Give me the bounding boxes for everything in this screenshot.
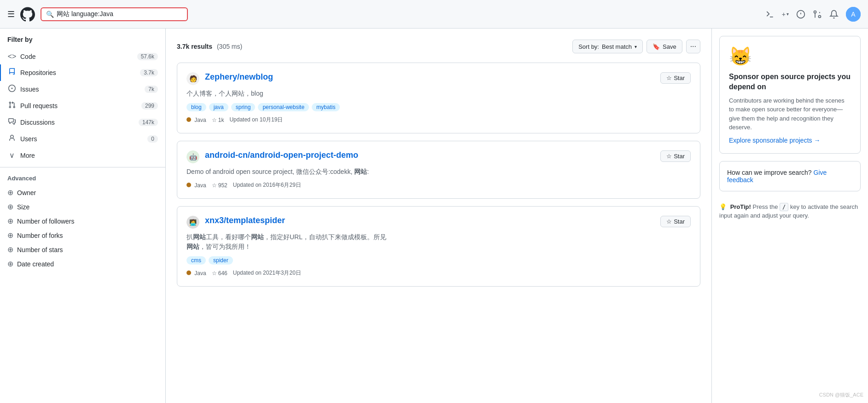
filter-followers[interactable]: ⊕ Number of followers (0, 214, 165, 228)
svg-point-5 (819, 15, 821, 17)
sidebar: Filter by <> Code 57.6k Repositories 3.7… (0, 29, 166, 403)
sponsor-title: Sponsor open source projects you depend … (729, 72, 851, 92)
star-icon-meta-3: ☆ (212, 270, 217, 276)
star-icon-3: ☆ (666, 218, 672, 225)
filter-forks[interactable]: ⊕ Number of forks (0, 228, 165, 242)
result-card-2-star-button[interactable]: ☆ Star (660, 150, 691, 162)
result-card-2-title[interactable]: android-cn/android-open-project-demo (205, 150, 655, 160)
forks-plus-icon: ⊕ (7, 231, 13, 240)
protip-label: ProTip! (730, 203, 751, 210)
result-card-1-star-button[interactable]: ☆ Star (660, 72, 691, 84)
repo-icon (7, 68, 17, 77)
sort-button[interactable]: Sort by: Best match ▾ (572, 40, 643, 53)
more-chevron-icon: ∨ (7, 151, 17, 160)
sort-label: Sort by: (578, 43, 599, 50)
svg-text:A: A (851, 11, 856, 18)
result-card-2-language: Java (186, 182, 206, 189)
terminal-button[interactable] (765, 10, 775, 19)
result-card-3-avatar: 🧑‍💻 (186, 216, 199, 229)
right-panel: 😸 Sponsor open source projects you depen… (711, 29, 868, 403)
sidebar-item-pull-requests[interactable]: Pull requests 299 (0, 98, 165, 114)
language-dot-3 (186, 271, 191, 275)
navbar: ☰ 🔍 + ▾ (0, 0, 868, 29)
result-card-2-stars: ☆ 952 (212, 182, 227, 189)
result-card-1-description: 个人博客，个人网站，blog (186, 89, 691, 98)
language-dot-1 (186, 117, 191, 122)
sidebar-item-repositories-count: 3.7k (140, 69, 158, 76)
sidebar-item-issues[interactable]: Issues 7k (0, 81, 165, 98)
sidebar-item-issues-count: 7k (145, 86, 158, 93)
avatar[interactable]: A (846, 7, 861, 22)
notifications-button[interactable] (829, 10, 839, 19)
results-count-number: 3.7k results (177, 43, 212, 50)
pull-requests-icon (7, 101, 17, 110)
sidebar-item-discussions-label: Discussions (20, 119, 135, 126)
pull-requests-button[interactable] (813, 10, 822, 19)
result-card-3-title[interactable]: xnx3/templatespider (205, 216, 655, 225)
main-layout: Filter by <> Code 57.6k Repositories 3.7… (0, 29, 868, 403)
sidebar-item-discussions-count: 147k (139, 119, 158, 126)
plus-icon: + (782, 11, 786, 18)
lightbulb-icon: 💡 (719, 203, 727, 210)
save-button[interactable]: 🔖 Save (647, 40, 682, 53)
language-dot-2 (186, 183, 191, 187)
result-card-3-stars: ☆ 646 (212, 270, 227, 276)
github-logo (20, 7, 35, 22)
stars-plus-icon: ⊕ (7, 245, 13, 254)
hamburger-button[interactable]: ☰ (7, 9, 15, 19)
search-input[interactable] (57, 11, 182, 18)
size-plus-icon: ⊕ (7, 202, 13, 211)
star-icon-2: ☆ (666, 153, 672, 160)
sponsor-link[interactable]: Explore sponsorable projects → (729, 137, 820, 144)
sidebar-item-users[interactable]: Users 0 (0, 131, 165, 147)
tag-cms[interactable]: cms (186, 256, 206, 265)
result-card-1-title[interactable]: Zephery/newblog (205, 72, 655, 82)
more-options-button[interactable]: ··· (686, 40, 700, 53)
filter-size[interactable]: ⊕ Size (0, 200, 165, 214)
sidebar-title: Filter by (0, 36, 165, 49)
star-icon-1: ☆ (666, 75, 672, 81)
filter-owner[interactable]: ⊕ Owner (0, 185, 165, 200)
sort-value: Best match (602, 43, 632, 50)
result-card-2-header: 🤖 android-cn/android-open-project-demo ☆… (186, 150, 691, 163)
tag-mybatis[interactable]: mybatis (312, 103, 340, 111)
result-card-1-header: 🧑 Zephery/newblog ☆ Star (186, 72, 691, 85)
search-box[interactable]: 🔍 (41, 7, 188, 21)
feedback-card: How can we improve search? Give feedback (719, 161, 861, 191)
tag-spider[interactable]: spider (209, 256, 233, 265)
add-button[interactable]: + ▾ (782, 11, 789, 18)
filter-date-created[interactable]: ⊕ Date created (0, 257, 165, 271)
sponsor-emoji: 😸 (729, 46, 851, 67)
sidebar-advanced-title: Advanced (0, 171, 165, 185)
search-icon: 🔍 (46, 11, 54, 18)
tag-blog[interactable]: blog (186, 103, 206, 111)
svg-text:🧑‍💻: 🧑‍💻 (189, 219, 197, 226)
sidebar-divider (0, 167, 165, 167)
sort-chevron-icon: ▾ (635, 44, 637, 49)
results-count: 3.7k results (305 ms) (177, 43, 242, 50)
filter-size-label: Size (17, 203, 29, 211)
filter-followers-label: Number of followers (17, 218, 75, 225)
sidebar-item-repositories[interactable]: Repositories 3.7k (0, 64, 165, 81)
sidebar-item-code[interactable]: <> Code 57.6k (0, 49, 165, 64)
sponsor-card: 😸 Sponsor open source projects you depen… (719, 36, 861, 154)
tag-personal-website[interactable]: personal-website (258, 103, 309, 111)
star-label-2: Star (674, 153, 685, 160)
protip-key: / (780, 203, 788, 211)
feedback-text: How can we improve search? (727, 169, 812, 176)
sidebar-item-pull-requests-label: Pull requests (20, 102, 138, 109)
result-card-3-star-button[interactable]: ☆ Star (660, 216, 691, 227)
content-header: 3.7k results (305 ms) Sort by: Best matc… (177, 40, 700, 53)
issues-button[interactable] (796, 10, 805, 19)
sidebar-item-more[interactable]: ∨ More (0, 147, 165, 163)
star-label-1: Star (674, 75, 685, 81)
result-card-1-tags: blog java spring personal-website mybati… (186, 103, 691, 111)
filter-date-created-label: Date created (17, 260, 54, 268)
filter-stars[interactable]: ⊕ Number of stars (0, 242, 165, 257)
sidebar-item-discussions[interactable]: Discussions 147k (0, 114, 165, 131)
watermark: CSDN @猫饭_ACE (819, 391, 863, 398)
protip-text-before: Press the (753, 203, 780, 210)
tag-spring[interactable]: spring (231, 103, 256, 111)
sidebar-item-issues-label: Issues (20, 86, 141, 93)
tag-java[interactable]: java (209, 103, 228, 111)
